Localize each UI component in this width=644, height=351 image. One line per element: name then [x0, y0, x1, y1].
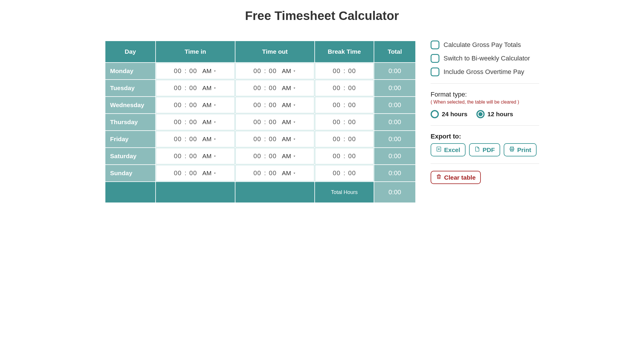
out-ampm-select[interactable]: AM: [282, 68, 296, 75]
out-hours-input[interactable]: 00: [253, 84, 261, 92]
in-ampm-select[interactable]: AM: [202, 119, 217, 126]
option-label: Include Gross Overtime Pay: [444, 68, 524, 76]
in-hours-input[interactable]: 00: [174, 152, 181, 160]
out-hours-input[interactable]: 00: [253, 118, 261, 126]
br-minutes-input[interactable]: 00: [348, 101, 356, 109]
table-row: Monday00:00AM00:00AM00:000:00: [105, 63, 415, 79]
table-row: Thursday00:00AM00:00AM00:000:00: [105, 114, 415, 130]
in-minutes-input[interactable]: 00: [189, 67, 197, 75]
in-hours-input[interactable]: 00: [174, 169, 181, 177]
br-minutes-input[interactable]: 00: [348, 67, 356, 75]
footer-total-label: Total Hours: [315, 182, 374, 203]
out-ampm-select[interactable]: AM: [282, 136, 296, 143]
in-minutes-input[interactable]: 00: [189, 169, 197, 177]
br-hours-input[interactable]: 00: [333, 67, 340, 75]
table-row: Tuesday00:00AM00:00AM00:000:00: [105, 80, 415, 96]
out-minutes-input[interactable]: 00: [269, 152, 277, 160]
br-hours-input[interactable]: 00: [333, 135, 340, 143]
in-ampm-select[interactable]: AM: [202, 68, 217, 75]
footer-total-value: 0:00: [374, 182, 415, 203]
out-minutes-input[interactable]: 00: [269, 101, 277, 109]
in-ampm-select[interactable]: AM: [202, 170, 217, 177]
in-ampm-select[interactable]: AM: [202, 153, 217, 160]
br-hours-input[interactable]: 00: [333, 84, 340, 92]
br-hours-input[interactable]: 00: [333, 152, 340, 160]
in-hours-input[interactable]: 00: [174, 135, 181, 143]
colon: :: [343, 152, 345, 160]
colon: :: [343, 101, 345, 109]
out-ampm-select[interactable]: AM: [282, 119, 296, 126]
br-hours-input[interactable]: 00: [333, 118, 340, 126]
br-minutes-input[interactable]: 00: [348, 135, 356, 143]
colon: :: [185, 84, 186, 92]
out-minutes-input[interactable]: 00: [269, 84, 277, 92]
row-total: 0:00: [374, 148, 415, 164]
clear-table-button[interactable]: Clear table: [431, 171, 481, 184]
out-minutes-input[interactable]: 00: [269, 67, 277, 75]
option-label: Calculate Gross Pay Totals: [444, 41, 521, 49]
checkbox[interactable]: [431, 41, 439, 49]
out-hours-input[interactable]: 00: [253, 67, 261, 75]
format-radio[interactable]: 12 hours: [476, 110, 513, 118]
checkbox[interactable]: [431, 68, 439, 76]
chevron-down-icon: [292, 119, 296, 126]
br-hours-input[interactable]: 00: [333, 101, 340, 109]
out-cell: 00:00AM: [235, 131, 314, 147]
out-minutes-input[interactable]: 00: [269, 135, 277, 143]
colon: :: [264, 67, 266, 75]
br-minutes-input[interactable]: 00: [348, 152, 356, 160]
day-label: Wednesday: [105, 97, 155, 113]
checkbox[interactable]: [431, 54, 439, 63]
in-hours-input[interactable]: 00: [174, 101, 181, 109]
in-minutes-input[interactable]: 00: [189, 101, 197, 109]
in-cell: 00:00AM: [156, 114, 235, 130]
ampm-value: AM: [202, 119, 212, 126]
radio-label: 24 hours: [442, 111, 468, 118]
in-ampm-select[interactable]: AM: [202, 136, 217, 143]
br-minutes-input[interactable]: 00: [348, 169, 356, 177]
chevron-down-icon: [292, 68, 296, 75]
out-hours-input[interactable]: 00: [253, 135, 261, 143]
format-radio[interactable]: 24 hours: [431, 110, 468, 118]
in-minutes-input[interactable]: 00: [189, 84, 197, 92]
chevron-down-icon: [292, 136, 296, 143]
in-hours-input[interactable]: 00: [174, 84, 181, 92]
trash-icon: [436, 174, 442, 181]
row-total: 0:00: [374, 131, 415, 147]
export-print-button[interactable]: Print: [504, 143, 537, 156]
day-label: Monday: [105, 63, 155, 79]
clear-table-label: Clear table: [444, 174, 476, 181]
in-ampm-select[interactable]: AM: [202, 102, 217, 109]
pdf-icon: [474, 146, 480, 153]
in-minutes-input[interactable]: 00: [189, 152, 197, 160]
in-minutes-input[interactable]: 00: [189, 118, 197, 126]
out-minutes-input[interactable]: 00: [269, 169, 277, 177]
colon: :: [264, 152, 266, 160]
day-label: Thursday: [105, 114, 155, 130]
out-hours-input[interactable]: 00: [253, 101, 261, 109]
br-minutes-input[interactable]: 00: [348, 84, 356, 92]
row-total: 0:00: [374, 114, 415, 130]
out-hours-input[interactable]: 00: [253, 169, 261, 177]
out-hours-input[interactable]: 00: [253, 152, 261, 160]
export-excel-button[interactable]: Excel: [431, 143, 466, 156]
in-minutes-input[interactable]: 00: [189, 135, 197, 143]
out-ampm-select[interactable]: AM: [282, 85, 296, 92]
br-hours-input[interactable]: 00: [333, 169, 340, 177]
in-hours-input[interactable]: 00: [174, 118, 181, 126]
ampm-value: AM: [282, 85, 291, 92]
in-ampm-select[interactable]: AM: [202, 85, 217, 92]
in-hours-input[interactable]: 00: [174, 67, 181, 75]
ampm-value: AM: [202, 102, 212, 109]
br-minutes-input[interactable]: 00: [348, 118, 356, 126]
chevron-down-icon: [292, 170, 296, 177]
br-cell: 00:00: [315, 131, 374, 147]
out-ampm-select[interactable]: AM: [282, 170, 296, 177]
out-ampm-select[interactable]: AM: [282, 153, 296, 160]
table-row: Friday00:00AM00:00AM00:000:00: [105, 131, 415, 147]
day-label: Friday: [105, 131, 155, 147]
out-minutes-input[interactable]: 00: [269, 118, 277, 126]
out-ampm-select[interactable]: AM: [282, 102, 296, 109]
format-type-label: Format type:: [431, 91, 539, 98]
export-pdf-button[interactable]: PDF: [469, 143, 500, 156]
